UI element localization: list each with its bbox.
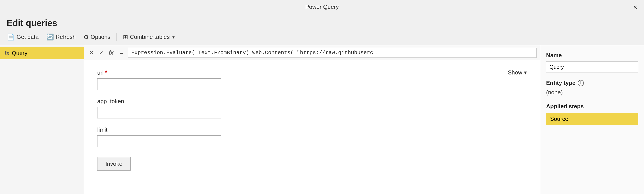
- close-button[interactable]: ×: [633, 4, 637, 10]
- applied-steps-label: Applied steps: [546, 103, 638, 110]
- limit-input[interactable]: [97, 136, 221, 147]
- formula-bar: ✕ ✓ fx = Expression.Evaluate( Text.FromB…: [84, 45, 540, 60]
- fx-button[interactable]: fx: [108, 49, 115, 57]
- formula-equals: =: [118, 49, 125, 56]
- query-item-name: Query: [12, 50, 28, 56]
- toolbar: 📄 Get data 🔄 Refresh ⚙ Options ⊞ Combine…: [0, 30, 644, 45]
- url-input[interactable]: [97, 78, 221, 90]
- formula-content[interactable]: Expression.Evaluate( Text.FromBinary( We…: [128, 48, 536, 58]
- limit-form-group: limit: [97, 126, 527, 147]
- window-title: Power Query: [305, 4, 339, 10]
- applied-steps-section: Applied steps Source: [546, 103, 638, 125]
- url-label: url *: [97, 69, 527, 76]
- step-source[interactable]: Source: [546, 113, 638, 125]
- formula-bar-icons: ✕ ✓ fx: [88, 48, 115, 57]
- limit-label: limit: [97, 126, 527, 133]
- chevron-down-icon: ▾: [524, 69, 527, 76]
- content-area: Show ▾ url * app_token: [84, 60, 540, 194]
- entity-type-section: Entity type i (none): [546, 80, 638, 96]
- show-label: Show: [508, 69, 522, 76]
- options-button[interactable]: ⚙ Options: [81, 32, 113, 42]
- options-label: Options: [90, 34, 110, 40]
- invoke-button[interactable]: Invoke: [97, 157, 130, 170]
- refresh-icon: 🔄: [46, 33, 54, 41]
- center-panel: ✕ ✓ fx = Expression.Evaluate( Text.FromB…: [84, 45, 540, 194]
- combine-tables-button[interactable]: ⊞ Combine tables ▾: [120, 32, 177, 42]
- query-list-item[interactable]: fx Query: [0, 47, 84, 59]
- app-token-form-group: app_token: [97, 98, 527, 118]
- app-token-label: app_token: [97, 98, 527, 105]
- right-panel: Name Entity type i (none) Applied steps …: [540, 45, 644, 194]
- get-data-icon: 📄: [7, 33, 15, 41]
- fx-icon: fx: [4, 50, 10, 56]
- toolbar-divider: [116, 33, 117, 41]
- required-indicator: *: [105, 69, 108, 76]
- formula-confirm-button[interactable]: ✓: [98, 48, 105, 57]
- options-icon: ⚙: [83, 33, 89, 41]
- url-form-group: url *: [97, 69, 527, 90]
- page-title: Edit queries: [0, 14, 644, 30]
- get-data-button[interactable]: 📄 Get data: [4, 32, 41, 42]
- combine-tables-label: Combine tables: [130, 34, 170, 40]
- left-panel: fx Query: [0, 45, 84, 194]
- get-data-label: Get data: [16, 34, 39, 40]
- refresh-button[interactable]: 🔄 Refresh: [44, 32, 78, 42]
- main-layout: fx Query ✕ ✓ fx = Expression.Evaluate( T…: [0, 45, 644, 194]
- chevron-down-icon: ▾: [172, 34, 174, 40]
- header-section: Edit queries 📄 Get data 🔄 Refresh ⚙ Opti…: [0, 14, 644, 45]
- combine-tables-icon: ⊞: [123, 33, 128, 41]
- show-toggle-button[interactable]: Show ▾: [508, 69, 527, 76]
- formula-cancel-button[interactable]: ✕: [88, 48, 95, 57]
- entity-type-label: Entity type i: [546, 80, 638, 86]
- title-bar: Power Query ×: [0, 0, 644, 14]
- info-icon: i: [578, 80, 584, 86]
- name-input[interactable]: [546, 62, 638, 72]
- refresh-label: Refresh: [56, 34, 76, 40]
- name-label: Name: [546, 52, 638, 59]
- name-section: Name: [546, 52, 638, 72]
- app-token-input[interactable]: [97, 107, 221, 118]
- entity-type-value: (none): [546, 89, 638, 96]
